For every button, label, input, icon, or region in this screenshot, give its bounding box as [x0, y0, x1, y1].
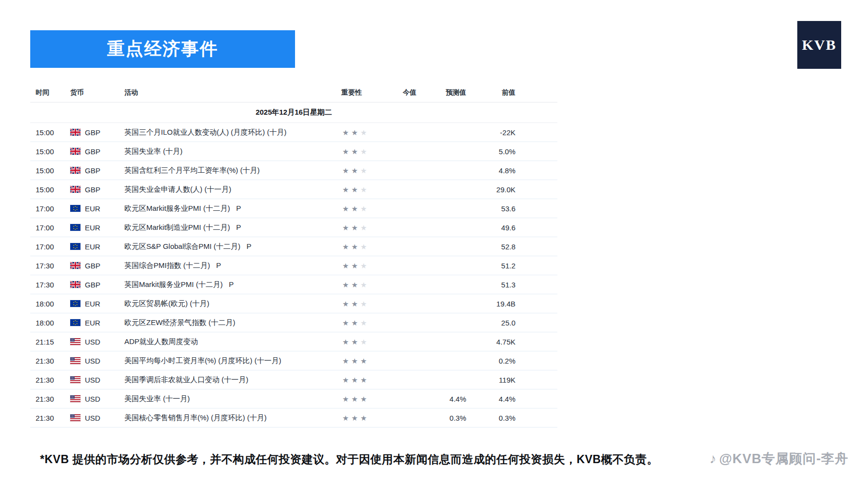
- table-row: 21:30 USD 美国失业率 (十一月) ★★★ 4.4% 4.4%: [30, 389, 557, 408]
- star-filled-icon: ★: [351, 167, 357, 174]
- star-empty-icon: ★: [360, 186, 367, 193]
- currency-code: USD: [85, 414, 100, 422]
- currency-code: GBP: [85, 281, 100, 289]
- event-time: 17:00: [30, 204, 70, 213]
- star-empty-icon: ★: [360, 205, 367, 212]
- currency-flag-icon: [70, 167, 80, 174]
- event-time: 21:30: [30, 414, 70, 422]
- currency-code: EUR: [85, 224, 100, 232]
- star-empty-icon: ★: [360, 262, 367, 269]
- previous-value: 53.6: [466, 204, 515, 213]
- currency-cell: GBP: [70, 147, 124, 156]
- currency-flag-icon: [70, 395, 80, 402]
- previous-value: 29.0K: [466, 185, 515, 194]
- importance-rating: ★★★: [341, 262, 386, 269]
- star-filled-icon: ★: [342, 319, 349, 326]
- currency-cell: EUR: [70, 243, 124, 251]
- event-title: 美国季调后非农就业人口变动 (十一月): [124, 375, 341, 385]
- currency-cell: EUR: [70, 224, 124, 232]
- currency-cell: USD: [70, 357, 124, 365]
- event-title: 欧元区贸易帐(欧元) (十月): [124, 299, 341, 308]
- star-empty-icon: ★: [360, 167, 367, 174]
- importance-rating: ★★★: [341, 129, 386, 136]
- star-empty-icon: ★: [360, 243, 367, 250]
- kvb-logo-text: KVB: [802, 37, 836, 53]
- currency-flag-icon: [70, 262, 80, 269]
- event-time: 15:00: [30, 147, 70, 156]
- importance-rating: ★★★: [341, 281, 386, 288]
- importance-rating: ★★★: [341, 243, 386, 250]
- header-event: 活动: [124, 88, 341, 97]
- event-title: 英国含红利三个月平均工资年率(%) (十月): [124, 166, 341, 175]
- star-filled-icon: ★: [342, 338, 349, 346]
- currency-cell: EUR: [70, 319, 124, 327]
- currency-flag-icon: [70, 224, 80, 231]
- header-forecast: 预测值: [416, 88, 466, 97]
- star-filled-icon: ★: [351, 243, 357, 250]
- table-row: 15:00 GBP 英国失业率 (十月) ★★★ 5.0%: [30, 142, 557, 161]
- previous-value: 25.0: [466, 319, 515, 327]
- importance-rating: ★★★: [341, 319, 386, 326]
- star-filled-icon: ★: [351, 186, 357, 193]
- star-filled-icon: ★: [342, 395, 349, 403]
- table-row: 17:30 GBP 英国Markit服务业PMI (十二月) P ★★★ 51.…: [30, 275, 557, 294]
- star-filled-icon: ★: [351, 262, 357, 269]
- previous-value: 51.2: [466, 262, 515, 270]
- star-empty-icon: ★: [360, 224, 367, 231]
- star-filled-icon: ★: [351, 376, 357, 384]
- watermark-handle: @KVB专属顾问-李舟: [719, 450, 848, 468]
- previous-value: 51.3: [466, 281, 515, 289]
- table-body: 15:00 GBP 英国三个月ILO就业人数变动(人) (月度环比) (十月) …: [30, 123, 557, 428]
- event-time: 15:00: [30, 185, 70, 194]
- star-filled-icon: ★: [342, 262, 349, 269]
- header-importance: 重要性: [341, 88, 386, 97]
- event-title: 欧元区ZEW经济景气指数 (十二月): [124, 318, 341, 327]
- header-currency: 货币: [70, 88, 124, 97]
- table-row: 17:00 EUR 欧元区S&P Global综合PMI (十二月) P ★★★…: [30, 237, 557, 256]
- currency-cell: EUR: [70, 300, 124, 308]
- currency-code: GBP: [85, 166, 100, 175]
- event-title: 英国失业金申请人数(人) (十一月): [124, 185, 341, 194]
- music-note-icon: ♪: [710, 452, 716, 466]
- importance-rating: ★★★: [341, 224, 386, 231]
- event-time: 15:00: [30, 128, 70, 137]
- currency-code: GBP: [85, 185, 100, 194]
- currency-code: EUR: [85, 319, 100, 327]
- date-label: 2025年12月16日星期二: [256, 108, 332, 117]
- event-time: 21:30: [30, 376, 70, 384]
- header-actual: 今值: [386, 88, 416, 97]
- star-filled-icon: ★: [360, 395, 367, 403]
- currency-flag-icon: [70, 129, 80, 136]
- disclaimer-text: *KVB 提供的市场分析仅供参考，并不构成任何投资建议。对于因使用本新闻信息而造…: [40, 452, 658, 467]
- star-filled-icon: ★: [351, 395, 357, 403]
- previous-value: -22K: [466, 128, 515, 137]
- previous-value: 0.3%: [466, 414, 515, 422]
- star-filled-icon: ★: [342, 357, 349, 365]
- event-title: 美国失业率 (十一月): [124, 394, 341, 404]
- currency-flag-icon: [70, 338, 80, 345]
- previous-value: 4.4%: [466, 395, 515, 403]
- currency-flag-icon: [70, 376, 80, 383]
- currency-code: USD: [85, 338, 100, 346]
- currency-flag-icon: [70, 357, 80, 364]
- event-time: 17:30: [30, 281, 70, 289]
- star-filled-icon: ★: [342, 167, 349, 174]
- star-empty-icon: ★: [360, 300, 367, 307]
- currency-code: EUR: [85, 204, 100, 213]
- event-title: 英国综合PMI指数 (十二月) P: [124, 261, 341, 270]
- table-row: 18:00 EUR 欧元区ZEW经济景气指数 (十二月) ★★★ 25.0: [30, 313, 557, 332]
- currency-cell: GBP: [70, 128, 124, 137]
- event-time: 15:00: [30, 166, 70, 175]
- currency-cell: GBP: [70, 166, 124, 175]
- importance-rating: ★★★: [341, 186, 386, 193]
- previous-value: 5.0%: [466, 147, 515, 156]
- table-row: 17:00 EUR 欧元区Markit服务业PMI (十二月) P ★★★ 53…: [30, 199, 557, 218]
- currency-cell: USD: [70, 414, 124, 422]
- table-row: 21:30 USD 美国核心零售销售月率(%) (月度环比) (十月) ★★★ …: [30, 408, 557, 428]
- star-filled-icon: ★: [342, 414, 349, 422]
- star-filled-icon: ★: [342, 243, 349, 250]
- star-filled-icon: ★: [351, 300, 357, 307]
- star-filled-icon: ★: [351, 281, 357, 288]
- economic-calendar-table: 时间 货币 活动 重要性 今值 预测值 前值 2025年12月16日星期二 15…: [30, 83, 557, 428]
- currency-flag-icon: [70, 205, 80, 212]
